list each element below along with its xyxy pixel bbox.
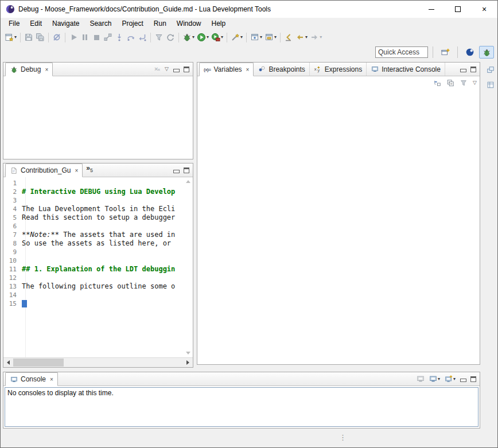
console-tab[interactable]: Console ×	[5, 372, 58, 386]
minimize-view-icon[interactable]	[173, 167, 179, 173]
step-return-button[interactable]	[137, 31, 148, 44]
skip-all-breakpoints-button[interactable]	[51, 31, 63, 44]
scrollbar-track[interactable]	[13, 358, 183, 367]
scroll-down-icon[interactable]	[186, 352, 190, 354]
tab-expressions[interactable]: xy Expressions	[310, 63, 367, 76]
horizontal-scrollbar[interactable]	[3, 357, 193, 367]
close-icon[interactable]: ×	[50, 376, 53, 383]
dropdown-icon[interactable]: ▾	[260, 35, 262, 40]
status-grip-icon[interactable]: ⋮	[339, 433, 347, 442]
menu-window[interactable]: Window	[172, 18, 207, 29]
open-type-button[interactable]: ▾	[249, 31, 263, 44]
save-all-button[interactable]	[34, 31, 46, 44]
editor-content[interactable]: 1 2# Interactive DEBUG using Lua Develop…	[3, 177, 193, 357]
last-edit-location-button[interactable]	[283, 31, 294, 44]
line-number[interactable]: 10	[3, 256, 22, 265]
scrollbar-thumb[interactable]	[13, 359, 64, 367]
close-icon[interactable]: ×	[75, 167, 78, 174]
debug-view-tab[interactable]: Debug ×	[5, 63, 53, 76]
dropdown-icon[interactable]: ▾	[305, 35, 308, 40]
line-number[interactable]: 9	[3, 248, 22, 256]
disconnect-button[interactable]	[102, 31, 114, 44]
close-icon[interactable]: ×	[246, 67, 250, 73]
minimize-view-icon[interactable]	[460, 67, 466, 72]
dropdown-icon[interactable]: ▾	[240, 35, 243, 40]
debug-button[interactable]: ▾	[181, 31, 196, 44]
lua-perspective-button[interactable]	[462, 46, 477, 59]
terminate-button[interactable]	[91, 31, 102, 44]
display-selected-console-icon[interactable]	[417, 375, 425, 383]
dropdown-icon[interactable]: ▾	[207, 35, 209, 40]
maximize-view-icon[interactable]	[184, 67, 189, 72]
filter-variables-icon[interactable]	[460, 79, 468, 87]
line-number[interactable]: 3	[3, 196, 22, 205]
remove-all-terminated-icon[interactable]: ××	[154, 66, 160, 72]
debug-perspective-button[interactable]	[479, 46, 494, 59]
tab-breakpoints[interactable]: Breakpoints	[254, 63, 309, 76]
restore-view-button[interactable]	[485, 65, 496, 75]
tab-interactive-console[interactable]: Interactive Console	[367, 63, 445, 76]
window-minimize-button[interactable]	[418, 1, 445, 18]
window-maximize-button[interactable]	[445, 1, 471, 18]
minimize-view-icon[interactable]	[173, 67, 179, 72]
line-number[interactable]: 6	[3, 222, 22, 231]
code-area[interactable]: 1 2# Interactive DEBUG using Lua Develop…	[3, 179, 184, 308]
menu-file[interactable]: File	[3, 18, 25, 29]
tab-variables[interactable]: (x)= Variables ×	[199, 63, 254, 76]
suspend-button[interactable]	[79, 31, 91, 44]
menu-navigate[interactable]: Navigate	[47, 18, 84, 29]
scroll-right-button[interactable]	[183, 358, 193, 367]
step-into-button[interactable]	[114, 31, 125, 44]
back-button[interactable]: ▾	[294, 31, 309, 44]
open-resource-button[interactable]: ▾	[263, 31, 278, 44]
variables-view-content[interactable]: ▽	[197, 76, 480, 364]
line-number[interactable]: 4	[3, 205, 22, 213]
line-number[interactable]: 13	[3, 282, 22, 291]
menu-run[interactable]: Run	[149, 18, 172, 29]
line-number[interactable]: 5	[3, 213, 22, 222]
quick-access-input[interactable]	[375, 46, 428, 58]
editor-tab-contribution-guide[interactable]: Contribution_Gu ×	[5, 163, 83, 177]
forward-button[interactable]: ▾	[309, 31, 323, 44]
menu-edit[interactable]: Edit	[25, 18, 47, 29]
resume-button[interactable]	[68, 31, 79, 44]
menu-search[interactable]: Search	[84, 18, 116, 29]
step-over-button[interactable]	[125, 31, 137, 44]
line-number[interactable]: 14	[3, 291, 22, 299]
restart-button[interactable]	[165, 31, 176, 44]
console-display-button[interactable]: ▾	[429, 375, 440, 383]
open-perspective-button[interactable]	[438, 46, 453, 59]
line-number[interactable]: 8	[3, 239, 22, 248]
line-number[interactable]: 2	[3, 188, 22, 196]
line-number[interactable]: 1	[3, 179, 22, 188]
maximize-view-icon[interactable]	[470, 376, 476, 382]
line-number[interactable]: 15	[3, 299, 22, 308]
new-wizard-button[interactable]: ▾	[3, 31, 18, 44]
magic-wand-button[interactable]: ▾	[229, 31, 244, 44]
dropdown-icon[interactable]: ▾	[14, 35, 17, 40]
open-console-button[interactable]: ▾	[445, 375, 456, 383]
view-menu-icon[interactable]: ▽	[165, 67, 169, 72]
line-number[interactable]: 7	[3, 231, 22, 239]
window-close-button[interactable]: ×	[471, 1, 497, 18]
collapse-all-icon[interactable]	[446, 79, 454, 87]
external-tools-button[interactable]: ▾	[210, 31, 224, 44]
minimized-view-button[interactable]	[485, 80, 496, 90]
menu-project[interactable]: Project	[116, 18, 148, 29]
minimize-view-icon[interactable]	[460, 376, 466, 382]
dropdown-icon[interactable]: ▾	[192, 35, 194, 40]
show-logical-structure-icon[interactable]	[433, 79, 441, 87]
app-icon[interactable]	[6, 5, 15, 14]
close-icon[interactable]: ×	[45, 67, 48, 73]
menu-help[interactable]: Help	[207, 18, 231, 29]
maximize-view-icon[interactable]	[470, 67, 476, 72]
dropdown-icon[interactable]: ▾	[320, 35, 322, 40]
view-menu-icon[interactable]: ▽	[473, 80, 477, 85]
save-button[interactable]	[23, 31, 34, 44]
console-content[interactable]: No consoles to display at this time.	[5, 387, 478, 427]
line-number[interactable]: 11	[3, 265, 22, 274]
dropdown-icon[interactable]: ▾	[221, 35, 223, 40]
run-button[interactable]: ▾	[196, 31, 210, 44]
scroll-up-icon[interactable]	[186, 180, 190, 183]
scroll-left-button[interactable]	[3, 358, 13, 367]
